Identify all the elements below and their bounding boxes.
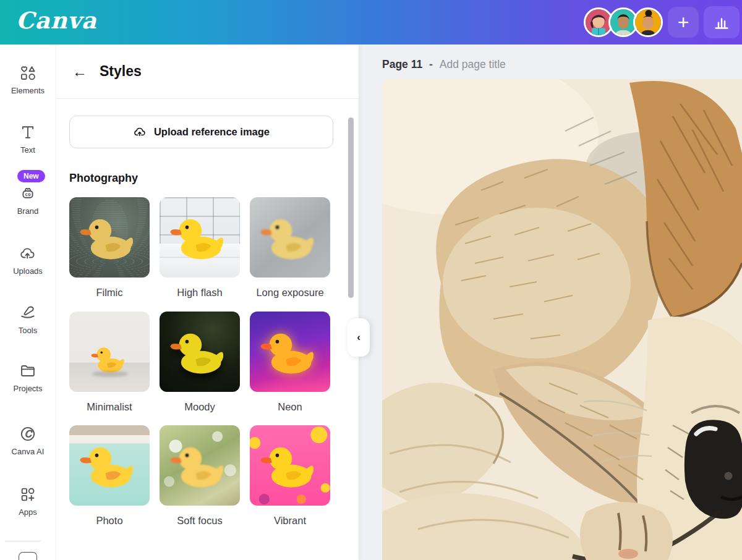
style-option-soft-focus[interactable]: Soft focus [160,425,240,529]
sleeping-puppy-illustration [382,79,742,560]
canva-logo[interactable]: Canva [16,9,97,36]
page-title-separator: - [429,58,433,70]
top-bar: Canva [0,0,742,45]
style-thumbnail [160,425,240,506]
upload-reference-image-button[interactable]: Upload reference image [69,116,333,148]
svg-text:C: C [25,428,33,439]
svg-text:co: co [25,192,31,197]
brand-kit-icon: co [19,185,36,202]
rubber-duck-image [257,205,323,272]
canvas-area: Page 11 - Add page title [359,45,742,560]
insights-chart-button[interactable] [704,6,740,38]
style-option-vibrant[interactable]: Vibrant [250,425,330,529]
sidebar-item-canva-ai[interactable]: C Canva AI [0,425,56,456]
style-label: Filmic [96,285,122,301]
sidebar-item-uploads[interactable]: Uploads [0,245,56,276]
collaborator-avatar-3[interactable] [633,7,663,37]
styles-panel: ← Styles Upload reference image Photogra… [56,45,359,560]
sidebar-rail: Elements Text New co Brand [0,45,56,560]
rubber-duck-image [89,339,130,380]
panel-title: Styles [100,63,142,80]
canva-editor: Canva [0,0,742,560]
sidebar-item-elements[interactable]: Elements [0,64,56,95]
rubber-duck-image [166,320,233,386]
add-button[interactable]: + [668,7,699,38]
style-label: Moody [184,399,215,415]
page-title-input[interactable]: Add page title [440,58,506,70]
style-label: Long exposure [256,285,323,301]
style-option-filmic[interactable]: Filmic [69,197,150,301]
topbar-actions: + [584,6,740,38]
text-icon [19,124,36,141]
style-option-photo[interactable]: Photo [69,425,150,529]
shapes-icon [19,64,36,82]
apps-grid-icon [19,486,36,503]
sidebar-item-text[interactable]: Text [0,124,56,155]
rubber-duck-image [257,433,323,500]
style-thumbnail [250,197,330,278]
style-thumbnail [160,312,240,392]
styles-panel-body: Upload reference image Photography Filmi… [56,100,359,560]
style-thumbnail [69,425,150,506]
style-thumbnail [160,197,240,278]
rubber-duck-image [76,433,143,500]
upload-cloud-icon [133,125,147,139]
back-button[interactable]: ← [72,64,87,79]
canvas-page-image[interactable] [382,79,742,560]
style-option-neon[interactable]: Neon [250,312,330,415]
page-header: Page 11 - Add page title [382,58,506,71]
collaborator-avatars [584,7,663,37]
style-label: High flash [177,285,222,301]
chevron-left-icon: ‹ [357,331,360,344]
new-badge: New [17,170,45,182]
sidebar-item-brand[interactable]: New co Brand [0,185,56,216]
bar-chart-icon [712,13,731,32]
rubber-duck-image [166,205,233,272]
style-label: Soft focus [177,513,222,529]
rubber-duck-image [257,320,323,386]
panel-collapse-handle[interactable]: ‹ [348,318,370,357]
styles-panel-header: ← Styles [56,45,359,99]
sidebar-item-apps[interactable]: Apps [0,486,56,517]
style-option-long-exposure[interactable]: Long exposure [250,197,330,301]
photography-styles-grid: Filmic High flash Long exposure [69,197,333,529]
pen-icon [19,304,36,321]
style-option-moody[interactable]: Moody [160,312,240,415]
sidebar-partial-item [19,552,37,560]
style-label: Minimalist [87,399,132,415]
folder-icon [19,362,36,380]
sidebar-item-tools[interactable]: Tools [0,304,56,335]
style-option-minimalist[interactable]: Minimalist [69,312,150,415]
style-label: Neon [278,399,302,415]
style-option-high-flash[interactable]: High flash [160,197,240,301]
sidebar-divider [5,541,41,541]
style-thumbnail [250,425,330,506]
canva-ai-icon: C [19,425,36,443]
section-heading-photography: Photography [69,172,333,185]
style-thumbnail [69,312,150,392]
rubber-duck-image [166,433,233,500]
style-thumbnail [250,312,330,392]
rubber-duck-image [76,205,143,272]
panel-scrollbar[interactable] [348,117,354,298]
page-number-label: Page 11 [382,58,422,70]
upload-cloud-icon [19,245,36,262]
style-label: Photo [96,513,122,529]
style-thumbnail [69,197,150,278]
style-label: Vibrant [274,513,306,529]
sidebar-item-projects[interactable]: Projects [0,362,56,393]
